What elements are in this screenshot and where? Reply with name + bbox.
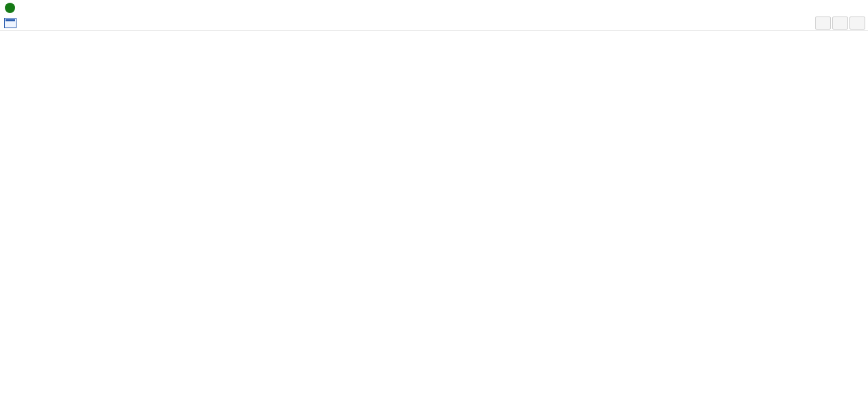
- app-icon[interactable]: [5, 3, 15, 13]
- window-minimize-button[interactable]: [785, 0, 813, 15]
- analysis-window-icon[interactable]: [4, 18, 17, 28]
- title-bar: [0, 0, 868, 15]
- window-restore-button[interactable]: [813, 0, 840, 15]
- child-close-button[interactable]: [849, 17, 865, 30]
- window-close-button[interactable]: [840, 0, 868, 15]
- menu-bar: [0, 15, 868, 31]
- ac-analysis-plot-window: [0, 90, 868, 416]
- child-minimize-button[interactable]: [815, 17, 831, 30]
- child-restore-button[interactable]: [832, 17, 848, 30]
- window-controls: [785, 0, 868, 15]
- child-window-controls: [814, 17, 865, 30]
